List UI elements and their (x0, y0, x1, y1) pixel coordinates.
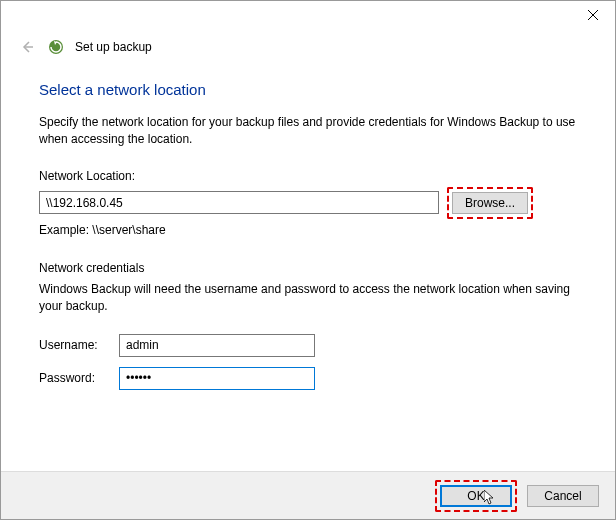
password-input[interactable] (119, 367, 315, 390)
page-content: Select a network location Specify the ne… (1, 57, 615, 410)
backup-wizard-icon (47, 38, 65, 56)
page-description: Specify the network location for your ba… (39, 114, 577, 149)
password-row: Password: (39, 367, 577, 390)
credentials-description: Windows Backup will need the username an… (39, 281, 577, 316)
close-icon (588, 10, 598, 20)
network-location-input[interactable] (39, 191, 439, 214)
cancel-button[interactable]: Cancel (527, 485, 599, 507)
wizard-title: Set up backup (75, 40, 152, 54)
back-button[interactable] (17, 37, 37, 57)
titlebar (1, 1, 615, 29)
username-label: Username: (39, 338, 119, 352)
browse-highlight: Browse... (447, 187, 533, 219)
browse-button[interactable]: Browse... (452, 192, 528, 214)
example-text: Example: \\server\share (39, 223, 577, 237)
cursor-icon (484, 490, 496, 506)
credentials-section-label: Network credentials (39, 261, 577, 275)
ok-button-label: OK (467, 489, 484, 503)
network-location-row: Browse... (39, 187, 577, 219)
username-row: Username: (39, 334, 577, 357)
network-location-label: Network Location: (39, 169, 577, 183)
page-heading: Select a network location (39, 81, 577, 98)
password-label: Password: (39, 371, 119, 385)
close-button[interactable] (571, 1, 615, 29)
username-input[interactable] (119, 334, 315, 357)
dialog-footer: OK Cancel (1, 471, 615, 519)
wizard-header: Set up backup (1, 29, 615, 57)
ok-highlight: OK (435, 480, 517, 512)
ok-button[interactable]: OK (440, 485, 512, 507)
back-arrow-icon (19, 39, 35, 55)
